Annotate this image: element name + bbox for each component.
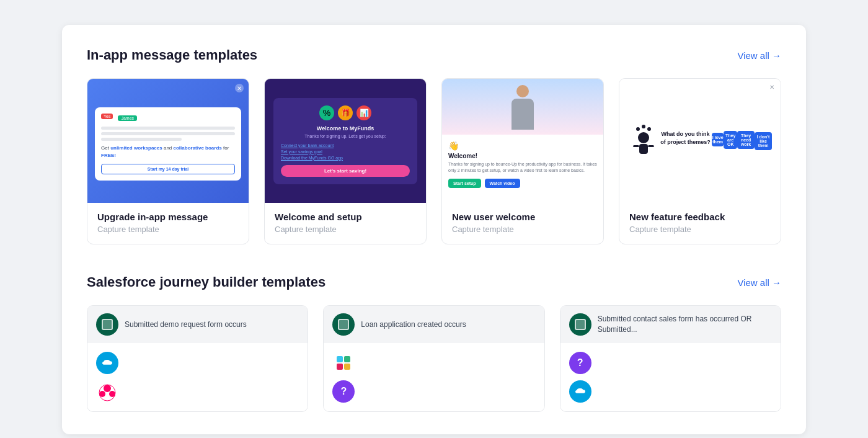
sf-card-3[interactable]: Submitted contact sales form has occurre…: [560, 305, 781, 412]
template-type-upgrade: Capture template: [97, 225, 239, 234]
sf-card-body-2: ?: [324, 343, 544, 411]
svg-point-10: [109, 391, 115, 397]
welcome-link-1: Connect your bank account: [281, 143, 410, 148]
template-card-welcome[interactable]: % 🎁 📊 Welcome to MyFunds Thanks for sign…: [264, 78, 427, 244]
sf-card-header-1: Submitted demo request form occurs: [87, 306, 308, 343]
line-1: [101, 127, 235, 130]
person-shape: [507, 85, 538, 135]
sf-integration-slack-2: [332, 352, 535, 374]
svg-rect-2: [633, 145, 639, 147]
tag-james: James: [118, 115, 137, 121]
new-user-heading: Welcome!: [448, 153, 597, 159]
template-name-welcome: Welcome and setup: [275, 212, 416, 222]
question-circle-icon-2: ?: [569, 352, 591, 374]
template-info-new-user: New user welcome Capture template: [442, 203, 603, 244]
setup-button: Start setup: [448, 179, 481, 188]
svg-point-8: [104, 385, 111, 392]
sf-card-body-1: [87, 343, 308, 411]
sf-card-body-3: ?: [560, 343, 781, 411]
template-preview-welcome: % 🎁 📊 Welcome to MyFunds Thanks for sign…: [265, 79, 426, 203]
template-name-feedback: New feature feedback: [629, 212, 771, 222]
sf-view-all-link[interactable]: View all →: [737, 277, 781, 288]
feedback-option-1: I love them: [712, 133, 724, 146]
welcome-link-3: Download the MyFunds GO app: [281, 156, 410, 160]
svg-point-6: [647, 127, 651, 131]
template-type-feedback: Capture template: [629, 225, 771, 234]
asana-svg: [96, 380, 118, 403]
feedback-option-2: They are OK: [724, 131, 737, 149]
welcome-subtitle: Thanks for signing up. Let's get you set…: [281, 134, 410, 138]
sf-event-text-2: Loan application created occurs: [361, 320, 466, 330]
main-container: In-app message templates View all → ✕ Ye…: [62, 25, 806, 434]
template-type-welcome: Capture template: [275, 225, 416, 234]
tag-yes: Yes: [101, 114, 113, 119]
sf-icon-2: [332, 313, 355, 336]
sf-integration-salesforce-1: [96, 352, 299, 374]
inapp-section-title: In-app message templates: [87, 47, 257, 63]
close-icon: ✕: [235, 84, 244, 92]
sf-integration-question-3: ?: [569, 352, 772, 374]
feedback-question: What do you think of project themes?: [659, 130, 712, 146]
template-name-new-user: New user welcome: [452, 212, 593, 222]
sf-integration-asana-1: [96, 380, 299, 403]
sf-icon-inner-2: [338, 319, 349, 330]
slack-cell-2: [344, 356, 350, 362]
sf-section-header: Salesforce journey builder templates Vie…: [87, 274, 781, 290]
welcome-icons: % 🎁 📊: [281, 105, 410, 120]
feedback-figure-svg: [628, 119, 659, 156]
feedback-close-icon: ✕: [769, 84, 774, 91]
slack-logo: [332, 352, 355, 374]
sf-card-2[interactable]: Loan application created occurs ?: [323, 305, 544, 412]
sf-integration-cloud-3: [569, 380, 772, 403]
new-user-emoji: 👋: [448, 141, 597, 151]
sf-event-text-1: Submitted demo request form occurs: [125, 320, 247, 330]
new-user-text: Thanks for signing up to bounce-Up the p…: [448, 161, 597, 174]
line-2: [101, 132, 235, 135]
sf-integration-question-2: ?: [332, 380, 535, 403]
template-preview-feedback: ✕: [619, 79, 781, 203]
new-user-buttons: Start setup Watch video: [448, 179, 597, 188]
template-card-new-user[interactable]: 👋 Welcome! Thanks for signing up to boun…: [441, 78, 604, 244]
person-head: [516, 85, 529, 97]
watch-button: Watch video: [485, 179, 520, 188]
asana-logo: [96, 380, 118, 403]
slack-cell-4: [344, 364, 350, 370]
template-info-feedback: New feature feedback Capture template: [619, 203, 781, 244]
salesforce-cloud-icon: [96, 352, 118, 374]
sf-card-header-2: Loan application created occurs: [324, 306, 544, 343]
welcome-icon-1: %: [319, 105, 334, 120]
sf-card-1[interactable]: Submitted demo request form occurs: [87, 305, 308, 412]
new-user-photo: [442, 79, 603, 135]
slack-cell-1: [337, 356, 343, 362]
svg-point-4: [636, 127, 640, 131]
slack-grid: [337, 356, 350, 370]
cloud-svg: [101, 359, 113, 367]
sf-card-header-3: Submitted contact sales form has occurre…: [560, 306, 781, 343]
person-body: [512, 99, 534, 130]
template-card-upgrade[interactable]: ✕ Yes James Get unlimited workspaces and…: [87, 78, 249, 244]
template-type-new-user: Capture template: [452, 225, 593, 234]
template-name-upgrade: Upgrade in-app message: [97, 212, 239, 222]
salesforce-cloud-icon-2: [569, 380, 591, 403]
welcome-icon-3: 📊: [356, 105, 371, 120]
cloud-svg-2: [574, 387, 587, 396]
question-circle-icon: ?: [332, 380, 355, 403]
welcome-title: Welcome to MyFunds: [281, 125, 410, 132]
inapp-templates-grid: ✕ Yes James Get unlimited workspaces and…: [87, 78, 781, 244]
template-preview-new-user: 👋 Welcome! Thanks for signing up to boun…: [442, 79, 603, 203]
template-card-feedback[interactable]: ✕: [619, 78, 781, 244]
sf-templates-grid: Submitted demo request form occurs: [87, 305, 781, 412]
inapp-section-header: In-app message templates View all →: [87, 47, 781, 63]
new-user-content: 👋 Welcome! Thanks for signing up to boun…: [442, 135, 603, 203]
svg-rect-1: [639, 144, 648, 154]
slack-cell-3: [337, 364, 343, 370]
svg-point-0: [638, 132, 649, 143]
welcome-start-button: Let's start saving!: [281, 165, 410, 177]
inapp-view-all-link[interactable]: View all →: [737, 50, 781, 61]
welcome-list: Connect your bank account Set your savin…: [281, 143, 410, 160]
sf-icon-inner-1: [102, 319, 113, 330]
feedback-figure: [628, 119, 659, 159]
svg-point-9: [99, 391, 105, 397]
sf-icon-1: [96, 313, 118, 336]
sf-event-text-3: Submitted contact sales form has occurre…: [598, 314, 772, 335]
